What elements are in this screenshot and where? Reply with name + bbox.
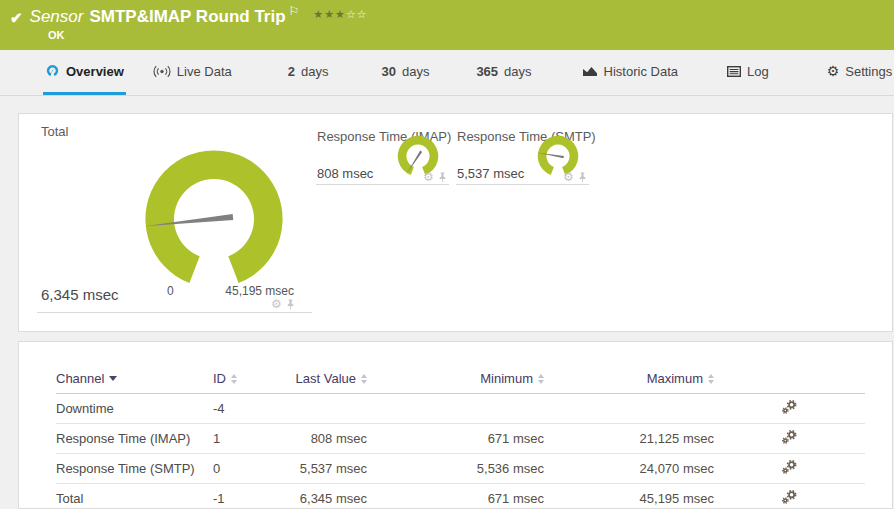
channel-settings-icon[interactable] xyxy=(782,490,797,504)
total-gauge-min-label: 0 xyxy=(167,284,174,298)
page-title: SMTP&IMAP Round Trip xyxy=(89,7,285,27)
tab-historic-data[interactable]: Historic Data xyxy=(580,50,680,95)
imap-section-divider xyxy=(316,184,449,185)
column-header-channel[interactable]: Channel xyxy=(56,365,213,394)
channel-name[interactable]: Downtime xyxy=(56,394,213,424)
table-row[interactable]: Downtime -4 xyxy=(56,394,865,424)
channel-settings-icon[interactable] xyxy=(782,460,797,474)
table-row[interactable]: Total -1 6,345 msec 671 msec 45,195 msec xyxy=(56,484,865,509)
pin-icon[interactable] xyxy=(438,172,447,183)
column-header-last-value[interactable]: Last Value xyxy=(291,365,367,394)
total-gauge-max-label: 45,195 msec xyxy=(224,284,294,298)
overview-gauges-panel: Total 0 45,195 msec 6,345 msec ⚙ Respons… xyxy=(18,113,893,332)
smtp-gauge-value: 5,537 msec xyxy=(457,166,524,181)
total-gauge-value: 6,345 msec xyxy=(41,286,119,303)
gauge-settings-gear-icon[interactable]: ⚙ xyxy=(563,171,574,183)
tab-overview[interactable]: Overview xyxy=(43,50,126,95)
tab-settings[interactable]: ⚙ Settings xyxy=(825,50,894,95)
priority-stars[interactable]: ★★★☆☆ xyxy=(313,8,367,21)
tab-log[interactable]: Log xyxy=(725,50,771,95)
gear-icon: ⚙ xyxy=(827,64,840,78)
sort-icon xyxy=(708,374,714,384)
smtp-section-tools: ⚙ xyxy=(563,171,587,183)
column-header-minimum[interactable]: Minimum xyxy=(367,365,544,394)
imap-gauge-needle xyxy=(406,151,422,174)
tab-365-days[interactable]: 365 days xyxy=(474,50,533,95)
channel-name[interactable]: Response Time (SMTP) xyxy=(56,454,213,484)
table-row[interactable]: Response Time (IMAP) 1 808 msec 671 msec… xyxy=(56,424,865,454)
channels-panel: Channel ID Last Value Minimum Maximu xyxy=(18,341,893,509)
column-header-maximum[interactable]: Maximum xyxy=(544,365,714,394)
channel-settings-icon[interactable] xyxy=(782,430,797,444)
column-header-id[interactable]: ID xyxy=(213,365,291,394)
column-header-actions xyxy=(714,365,865,394)
imap-gauge-value: 808 msec xyxy=(317,166,373,181)
status-check-icon: ✔ xyxy=(10,9,23,27)
total-section-divider xyxy=(37,312,312,313)
total-gauge-title: Total xyxy=(41,124,68,139)
sort-icon xyxy=(231,374,237,384)
channels-table: Channel ID Last Value Minimum Maximu xyxy=(56,365,865,509)
channel-name[interactable]: Response Time (IMAP) xyxy=(56,424,213,454)
gauge-icon xyxy=(45,64,60,79)
tab-bar: Overview Live Data 2 days 30 days 365 da… xyxy=(0,50,894,96)
sensor-header: ✔ Sensor SMTP&IMAP Round Trip ⚐ ★★★☆☆ OK xyxy=(0,0,894,50)
smtp-section-divider xyxy=(456,184,589,185)
status-badge: OK xyxy=(48,29,65,41)
channel-name[interactable]: Total xyxy=(56,484,213,509)
sensor-kind-label: Sensor xyxy=(30,7,84,27)
gauge-settings-gear-icon[interactable]: ⚙ xyxy=(423,171,434,183)
total-section-tools: ⚙ xyxy=(271,298,295,310)
sort-icon xyxy=(538,374,544,384)
channel-settings-icon[interactable] xyxy=(782,400,797,414)
sort-icon xyxy=(361,374,367,384)
pin-icon[interactable] xyxy=(286,299,295,310)
total-gauge xyxy=(99,119,329,319)
chart-icon xyxy=(582,65,598,77)
sort-desc-icon xyxy=(109,376,117,381)
imap-section-tools: ⚙ xyxy=(423,171,447,183)
gauge-settings-gear-icon[interactable]: ⚙ xyxy=(271,298,282,310)
tab-live-data[interactable]: Live Data xyxy=(151,50,234,95)
table-header-row: Channel ID Last Value Minimum Maximu xyxy=(56,365,865,394)
flag-icon[interactable]: ⚐ xyxy=(289,4,300,18)
pin-icon[interactable] xyxy=(578,172,587,183)
tab-30-days[interactable]: 30 days xyxy=(379,50,431,95)
tab-2-days[interactable]: 2 days xyxy=(286,50,331,95)
live-data-icon xyxy=(153,65,171,78)
table-row[interactable]: Response Time (SMTP) 0 5,537 msec 5,536 … xyxy=(56,454,865,484)
log-icon xyxy=(727,66,741,77)
